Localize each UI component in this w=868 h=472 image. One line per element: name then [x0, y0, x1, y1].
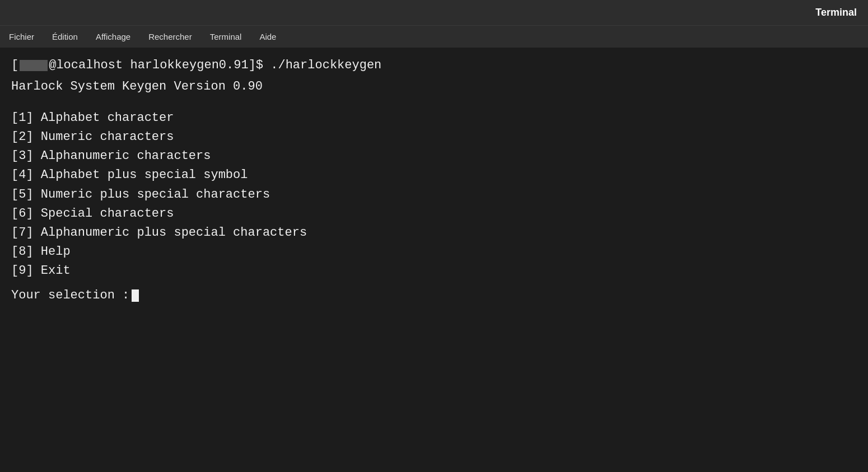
list-item-number: [2]: [11, 130, 41, 144]
menu-bar: Fichier Édition Affichage Rechercher Ter…: [0, 25, 868, 48]
list-item-label: Exit: [41, 264, 71, 278]
list-item-number: [6]: [11, 207, 41, 221]
list-item-number: [9]: [11, 264, 41, 278]
menu-edition[interactable]: Édition: [49, 30, 81, 44]
prompt-text: @localhost harlokkeygen0.91]$ ./harlockk…: [49, 56, 381, 75]
version-text: Harlock System Keygen Version 0.90: [11, 80, 263, 94]
list-item: [7] Alphanumeric plus special characters: [11, 223, 857, 242]
version-line: Harlock System Keygen Version 0.90: [11, 77, 857, 96]
selection-prompt-text: Your selection :: [11, 286, 129, 305]
list-item: [4] Alphabet plus special symbol: [11, 166, 857, 185]
list-item: [1] Alphabet character: [11, 109, 857, 128]
menu-fichier[interactable]: Fichier: [6, 30, 38, 44]
list-item-label: Help: [41, 245, 71, 259]
list-item-label: Alphabet plus special symbol: [41, 168, 248, 182]
list-item: [3] Alphanumeric characters: [11, 147, 857, 166]
list-item-label: Numeric plus special characters: [41, 188, 270, 202]
list-item-number: [4]: [11, 168, 41, 182]
list-item-number: [5]: [11, 188, 41, 202]
menu-aide[interactable]: Aide: [256, 30, 279, 44]
list-item-label: Special characters: [41, 207, 174, 221]
list-item: [8] Help: [11, 242, 857, 261]
list-item-number: [8]: [11, 245, 41, 259]
title-bar: Terminal: [0, 0, 868, 25]
list-item-number: [7]: [11, 226, 41, 240]
menu-rechercher[interactable]: Rechercher: [145, 30, 195, 44]
list-item-label: Alphanumeric plus special characters: [41, 226, 307, 240]
window-title: Terminal: [815, 7, 857, 18]
list-item-number: [1]: [11, 111, 41, 125]
terminal-content[interactable]: [ @localhost harlokkeygen0.91]$ ./harloc…: [0, 48, 868, 472]
list-item-label: Alphanumeric characters: [41, 149, 211, 163]
list-item: [9] Exit: [11, 261, 857, 281]
user-redacted: [20, 60, 48, 71]
terminal-cursor: [132, 289, 139, 302]
list-item-number: [3]: [11, 149, 41, 163]
menu-list: [1] Alphabet character [2] Numeric chara…: [11, 109, 857, 281]
selection-line[interactable]: Your selection :: [11, 286, 857, 305]
menu-terminal[interactable]: Terminal: [207, 30, 245, 44]
prompt-bracket-open: [: [11, 56, 18, 75]
list-item: [5] Numeric plus special characters: [11, 185, 857, 204]
list-item: [2] Numeric characters: [11, 128, 857, 147]
prompt-line: [ @localhost harlokkeygen0.91]$ ./harloc…: [11, 56, 857, 75]
list-item: [6] Special characters: [11, 204, 857, 223]
menu-affichage[interactable]: Affichage: [92, 30, 134, 44]
list-item-label: Numeric characters: [41, 130, 174, 144]
list-item-label: Alphabet character: [41, 111, 174, 125]
